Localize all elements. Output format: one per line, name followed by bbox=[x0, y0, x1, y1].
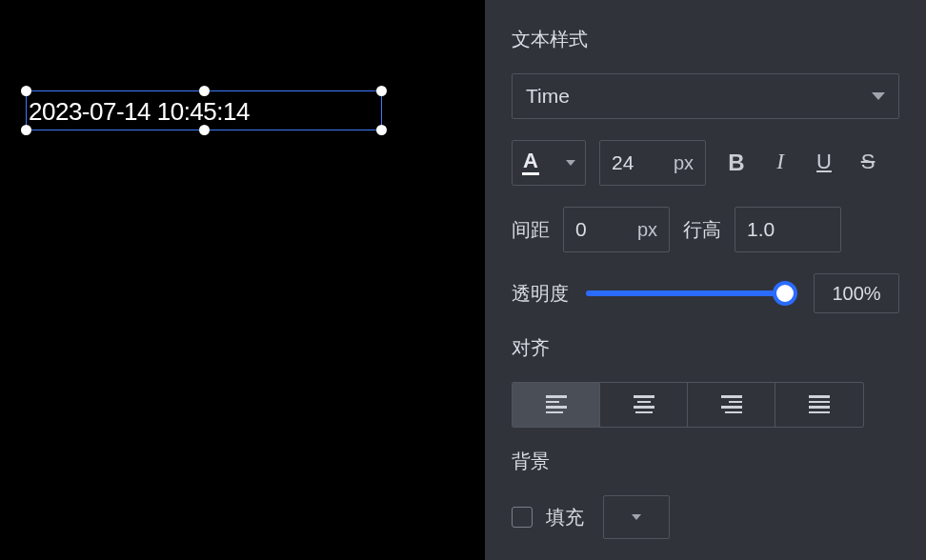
canvas-text: 2023-07-14 10:45:14 bbox=[27, 97, 252, 126]
resize-handle-tl[interactable] bbox=[21, 86, 31, 96]
fill-checkbox[interactable] bbox=[512, 507, 533, 528]
canvas-area[interactable]: 2023-07-14 10:45:14 bbox=[0, 0, 485, 560]
align-center-icon bbox=[634, 395, 654, 413]
font-size-unit: px bbox=[674, 152, 694, 174]
line-height-input[interactable] bbox=[747, 218, 829, 241]
text-color-swatch: A bbox=[522, 150, 539, 175]
properties-panel: 文本样式 Time A px B I U S 间距 px 行高 bbox=[485, 0, 926, 560]
align-left-button[interactable] bbox=[513, 383, 600, 427]
font-size-input[interactable] bbox=[612, 151, 670, 174]
chevron-down-icon bbox=[632, 514, 641, 520]
opacity-field[interactable] bbox=[814, 273, 899, 313]
font-size-field[interactable]: px bbox=[599, 140, 706, 186]
align-button-group bbox=[512, 382, 864, 428]
fill-label: 填充 bbox=[546, 505, 584, 530]
letter-spacing-field[interactable]: px bbox=[563, 207, 670, 252]
italic-button[interactable]: I bbox=[765, 150, 795, 176]
section-title-text-style: 文本样式 bbox=[512, 27, 899, 52]
letter-spacing-input[interactable] bbox=[575, 218, 634, 241]
font-family-select[interactable]: Time bbox=[512, 73, 899, 119]
bold-button[interactable]: B bbox=[721, 150, 752, 176]
text-color-picker[interactable]: A bbox=[512, 140, 586, 186]
slider-track bbox=[586, 290, 796, 296]
resize-handle-tm[interactable] bbox=[199, 86, 210, 96]
line-height-field[interactable] bbox=[735, 207, 841, 252]
resize-handle-tr[interactable] bbox=[376, 86, 387, 96]
opacity-label: 透明度 bbox=[512, 281, 569, 307]
align-left-icon bbox=[546, 395, 567, 413]
section-title-background: 背景 bbox=[512, 449, 899, 474]
align-center-button[interactable] bbox=[600, 383, 688, 427]
letter-spacing-label: 间距 bbox=[512, 217, 550, 243]
opacity-input[interactable] bbox=[815, 283, 898, 305]
letter-spacing-unit: px bbox=[637, 219, 657, 241]
resize-handle-bl[interactable] bbox=[21, 125, 31, 135]
underline-button[interactable]: U bbox=[809, 150, 839, 176]
section-title-align: 对齐 bbox=[512, 335, 899, 361]
line-height-label: 行高 bbox=[683, 217, 721, 243]
selected-text-element[interactable]: 2023-07-14 10:45:14 bbox=[26, 90, 382, 130]
align-justify-button[interactable] bbox=[775, 383, 863, 427]
fill-color-picker[interactable] bbox=[603, 495, 670, 539]
chevron-down-icon bbox=[872, 92, 885, 100]
slider-thumb[interactable] bbox=[773, 281, 797, 306]
align-justify-icon bbox=[809, 395, 830, 413]
align-right-button[interactable] bbox=[688, 383, 775, 427]
opacity-slider[interactable] bbox=[586, 274, 796, 312]
resize-handle-bm[interactable] bbox=[199, 125, 210, 135]
resize-handle-br[interactable] bbox=[376, 125, 387, 135]
strikethrough-button[interactable]: S bbox=[853, 150, 883, 176]
chevron-down-icon bbox=[566, 160, 575, 166]
font-family-value: Time bbox=[526, 85, 872, 108]
align-right-icon bbox=[721, 395, 742, 413]
